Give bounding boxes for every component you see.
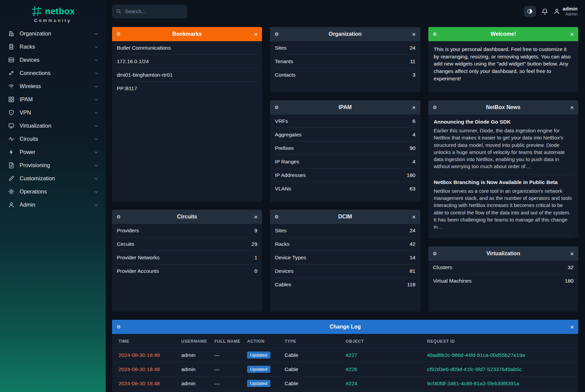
changelog-time-link[interactable]: 2024-08-30 18:48 [118, 381, 160, 386]
bookmark-item[interactable]: 172.16.0.1/24 [117, 55, 257, 68]
sidebar-item-ipam[interactable]: IPAM [0, 93, 106, 106]
changelog-request-id-link[interactable]: cf92d3e6-d09d-41fc-9fd7-52337649ab5c [427, 366, 522, 372]
stat-row[interactable]: Cables118 [275, 278, 415, 291]
column-header-action: Action [247, 334, 285, 348]
table-row: 2024-08-30 18:43 admin — Updated Cable #… [112, 391, 578, 392]
welcome-text: This is your personal dashboard. Feel fr… [428, 41, 578, 86]
stat-row[interactable]: VLANs63 [275, 182, 415, 195]
close-icon[interactable]: × [566, 31, 574, 37]
user-menu[interactable]: admin Admin [554, 6, 578, 17]
close-icon[interactable]: × [408, 214, 416, 220]
theme-toggle-button[interactable] [524, 6, 536, 17]
sidebar-item-racks[interactable]: Racks [0, 40, 106, 53]
sidebar-item-devices[interactable]: Devices [0, 53, 106, 67]
stat-row[interactable]: Prefixes90 [275, 141, 415, 155]
chevron-down-icon [95, 176, 98, 180]
sidebar-item-virtualization[interactable]: Virtualization [0, 119, 106, 132]
stat-value: 29 [251, 241, 257, 247]
stat-value: 180 [407, 172, 416, 178]
stat-row[interactable]: Provider Networks1 [117, 251, 257, 264]
gear-icon[interactable]: ⚙ [433, 105, 441, 110]
sidebar-item-connections[interactable]: Connections [0, 67, 106, 80]
stat-value: 24 [409, 45, 415, 51]
search-input[interactable] [124, 8, 183, 15]
sidebar-item-label: Admin [20, 202, 95, 208]
stat-label: Aggregates [275, 132, 301, 138]
stat-row[interactable]: Contacts3 [275, 68, 415, 82]
changelog-object-link[interactable]: #226 [346, 366, 357, 372]
news-headline[interactable]: Announcing the Diode Go SDK [434, 119, 573, 125]
search-box[interactable] [112, 5, 187, 18]
bookmark-item[interactable]: Butler Communications [117, 41, 257, 55]
changelog-username: admin [181, 362, 214, 376]
gear-icon[interactable]: ⚙ [116, 31, 125, 37]
sidebar-item-wireless[interactable]: Wireless [0, 80, 106, 93]
dashboard: ⚙ Bookmarks × Butler Communications 172.… [106, 23, 585, 392]
gear-icon[interactable]: ⚙ [274, 31, 283, 37]
close-icon[interactable]: × [249, 214, 258, 220]
sidebar-item-admin[interactable]: Admin [0, 198, 106, 211]
stat-row[interactable]: Aggregates4 [275, 128, 415, 141]
close-icon[interactable]: × [566, 251, 574, 257]
stat-row[interactable]: Tenants11 [275, 55, 415, 68]
stat-value: 11 [410, 58, 416, 64]
status-badge: Updated [247, 351, 270, 359]
stat-row[interactable]: Sites24 [275, 41, 415, 55]
chevron-down-icon [95, 163, 98, 166]
stat-row[interactable]: Circuits29 [117, 237, 257, 251]
sidebar-item-provisioning[interactable]: Provisioning [0, 159, 106, 172]
topbar-actions: admin Admin [524, 6, 578, 17]
chevron-down-icon [95, 45, 98, 48]
news-item[interactable]: A New Look For NetBox and NetBox Labs [434, 235, 573, 238]
close-icon[interactable]: × [566, 324, 574, 330]
changelog-time-link[interactable]: 2024-08-30 18:48 [118, 366, 160, 372]
bookmark-label: PP:B117 [117, 85, 137, 92]
stat-row[interactable]: Provider Accounts0 [117, 264, 257, 278]
changelog-request-id-link[interactable]: 9cf40fdf-3461-4c88-81a3-5feb39f8391a [427, 381, 519, 386]
widget-header: ⚙ Welcome! × [428, 27, 578, 41]
sidebar-item-customization[interactable]: Customization [0, 172, 106, 185]
close-icon[interactable]: × [249, 31, 258, 37]
gear-icon[interactable]: ⚙ [116, 214, 125, 219]
stat-row[interactable]: Providers9 [117, 224, 257, 237]
close-icon[interactable]: × [408, 104, 416, 111]
stat-label: IP Ranges [275, 159, 299, 165]
stat-row[interactable]: IP Ranges4 [275, 155, 415, 168]
stat-row[interactable]: Virtual Machines180 [433, 274, 574, 288]
stat-row[interactable]: Clusters32 [433, 261, 574, 274]
stat-row[interactable]: Sites24 [275, 224, 415, 237]
gear-icon[interactable]: ⚙ [433, 31, 441, 37]
widget-title: NetBox News [441, 104, 566, 110]
stat-row[interactable]: VRFs6 [275, 114, 415, 128]
changelog-object-link[interactable]: #227 [346, 352, 357, 358]
sidebar-item-vpn[interactable]: VPN [0, 106, 106, 119]
changelog-time-link[interactable]: 2024-08-30 18:48 [118, 352, 160, 358]
gear-icon[interactable]: ⚙ [274, 105, 283, 110]
stat-row[interactable]: Device Types14 [275, 251, 415, 264]
close-icon[interactable]: × [408, 31, 416, 37]
sidebar-item-power[interactable]: Power [0, 146, 106, 159]
stat-row[interactable]: Devices81 [275, 264, 415, 278]
changelog-object-link[interactable]: #224 [346, 381, 357, 386]
stat-row[interactable]: Racks42 [275, 237, 415, 251]
gear-icon[interactable]: ⚙ [274, 214, 283, 219]
sidebar-item-organization[interactable]: Organization [0, 27, 106, 40]
changelog-request-id-link[interactable]: 48ad8b2c-986d-44fd-81ca-00d55b27e19a [427, 352, 525, 358]
chevron-down-icon [95, 150, 98, 153]
notifications-bell-icon[interactable] [541, 8, 548, 15]
stat-value: 4 [413, 159, 416, 165]
news-item[interactable]: NetBox Branching is Now Available in Pub… [434, 175, 573, 235]
stat-row[interactable]: IP Addresses180 [275, 168, 415, 182]
sidebar-item-operations[interactable]: Operations [0, 185, 106, 198]
gear-icon[interactable]: ⚙ [433, 251, 441, 256]
stat-value: 81 [409, 268, 415, 274]
gear-icon[interactable]: ⚙ [116, 324, 125, 330]
news-headline[interactable]: NetBox Branching is Now Available in Pub… [434, 179, 573, 185]
bookmark-item[interactable]: PP:B117 [117, 82, 257, 95]
brand[interactable]: netbox Community [0, 0, 106, 23]
news-item[interactable]: Announcing the Diode Go SDK Earlier this… [434, 114, 573, 175]
stat-value: 9 [255, 228, 258, 234]
close-icon[interactable]: × [566, 104, 574, 111]
bookmark-item[interactable]: dmi01-binghamton-rtr01 [117, 68, 257, 82]
sidebar-item-circuits[interactable]: Circuits [0, 132, 106, 146]
